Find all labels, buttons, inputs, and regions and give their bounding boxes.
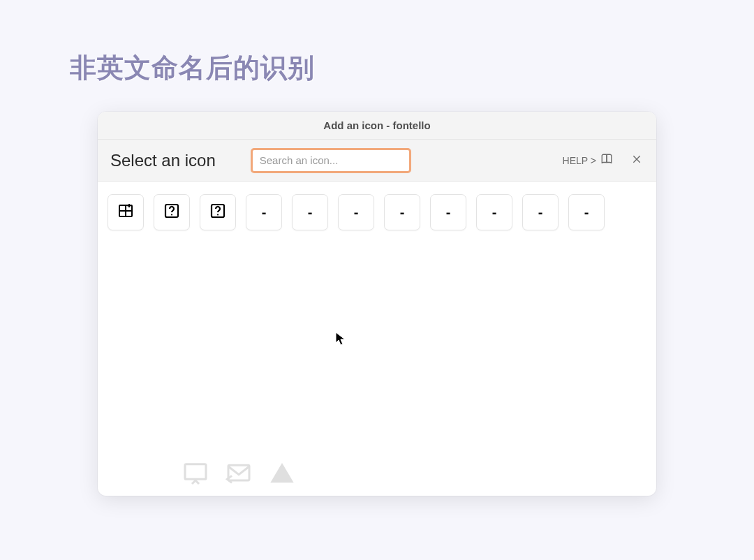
dash-placeholder-icon: - (308, 205, 313, 221)
help-link[interactable]: HELP > (563, 153, 613, 168)
dialog-title-text: Add an icon - fontello (323, 119, 430, 131)
svg-rect-11 (185, 464, 206, 480)
question-box-icon (163, 202, 180, 222)
placeholder-1[interactable]: - (246, 194, 282, 230)
svg-point-8 (171, 214, 172, 215)
cursor-arrow-icon (335, 332, 346, 347)
placeholder-2[interactable]: - (292, 194, 328, 230)
display-icon (182, 459, 209, 487)
table-add-icon[interactable] (108, 194, 144, 230)
select-icon-label: Select an icon (110, 151, 216, 170)
search-input[interactable] (251, 148, 411, 173)
dash-placeholder-icon: - (262, 205, 267, 221)
help-link-label: HELP > (563, 155, 596, 166)
placeholder-6[interactable]: - (476, 194, 512, 230)
placeholder-8[interactable]: - (568, 194, 605, 230)
dash-placeholder-icon: - (584, 205, 589, 221)
dash-placeholder-icon: - (492, 205, 497, 221)
placeholder-3[interactable]: - (338, 194, 374, 230)
add-icon-dialog: Add an icon - fontello Select an icon HE… (98, 112, 656, 496)
book-icon (600, 153, 613, 168)
dash-placeholder-icon: - (538, 205, 543, 221)
table-add-glyph-icon (117, 202, 134, 222)
warning-icon (268, 459, 296, 487)
dialog-header: Select an icon HELP > (98, 140, 656, 182)
icon-grid: -------- (98, 182, 656, 243)
dash-placeholder-icon: - (400, 205, 405, 221)
question-box-icon (209, 202, 226, 222)
placeholder-5[interactable]: - (430, 194, 466, 230)
unknown-icon-1[interactable] (154, 194, 190, 230)
svg-point-10 (217, 214, 219, 215)
background-watermark-icons (182, 459, 296, 487)
dash-placeholder-icon: - (354, 205, 359, 221)
dash-placeholder-icon: - (446, 205, 451, 221)
close-icon (631, 154, 642, 168)
page-title: 非英文命名后的识别 (70, 50, 315, 86)
close-button[interactable] (630, 154, 644, 168)
placeholder-4[interactable]: - (384, 194, 420, 230)
mail-reply-icon (225, 459, 253, 487)
placeholder-7[interactable]: - (522, 194, 559, 230)
dialog-title-bar: Add an icon - fontello (98, 112, 656, 140)
svg-rect-12 (228, 465, 249, 480)
unknown-icon-2[interactable] (200, 194, 236, 230)
